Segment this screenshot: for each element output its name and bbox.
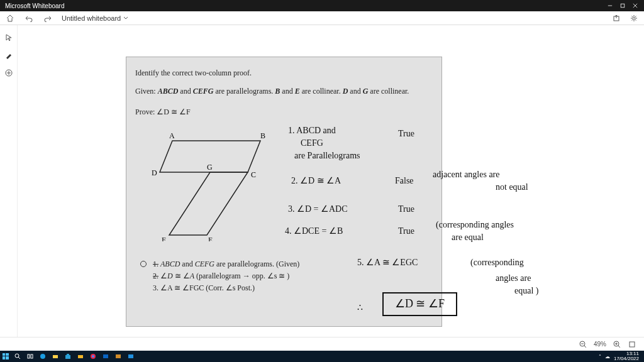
window-titlebar: Microsoft Whiteboard — [0, 0, 644, 11]
given-label: Given: — [135, 87, 156, 96]
hand-5e2: angles are — [496, 273, 531, 284]
hand-4r: True — [398, 226, 414, 237]
svg-rect-33 — [53, 355, 58, 358]
tray-chevron-icon[interactable]: ˄ — [599, 354, 601, 359]
given-line: Given: ABCD and CEFG are parallelograms.… — [135, 87, 433, 96]
hand-3: 3. ∠D = ∠ADC — [288, 204, 348, 215]
doc-text: Identify the correct two-column proof. G… — [126, 57, 441, 128]
hand-1: 1. ABCD and — [288, 126, 336, 136]
cursor-tool[interactable] — [4, 33, 14, 43]
hand-5: 5. ∠A ≅ ∠EGC — [357, 258, 418, 268]
tray-cloud-icon[interactable]: ☁ — [605, 354, 610, 359]
taskbar-outlook[interactable] — [99, 351, 112, 362]
prove-label: Prove: — [135, 107, 155, 116]
given-text: ABCD and CEFG are parallelograms. B and … — [158, 87, 409, 96]
zoom-out-button[interactable] — [579, 340, 587, 349]
svg-point-5 — [633, 17, 635, 19]
prove-text: ∠D ≅ ∠F — [157, 107, 190, 116]
svg-rect-41 — [128, 354, 133, 358]
svg-rect-39 — [103, 354, 108, 358]
taskbar-word[interactable] — [112, 351, 125, 362]
svg-rect-25 — [6, 353, 9, 356]
start-button[interactable] — [0, 351, 11, 362]
proof-l1-num: 1. — [153, 260, 158, 268]
svg-rect-23 — [630, 342, 635, 347]
undo-button[interactable] — [24, 13, 34, 23]
hand-1b: CEFG — [301, 138, 323, 149]
zoom-in-button[interactable] — [613, 340, 621, 349]
tray-clock[interactable]: 13:11 17/04/2022 — [614, 351, 639, 361]
svg-rect-27 — [6, 356, 9, 359]
maximize-button[interactable] — [616, 0, 629, 11]
svg-point-38 — [92, 355, 94, 358]
inserted-image[interactable]: Identify the correct two-column proof. G… — [126, 57, 442, 327]
whiteboard-canvas[interactable]: Identify the correct two-column proof. G… — [18, 25, 644, 337]
share-icon[interactable] — [611, 13, 621, 23]
svg-rect-24 — [3, 353, 5, 356]
hand-5e: (corresponding — [470, 258, 524, 268]
svg-rect-35 — [67, 354, 69, 355]
proof-l3: 3. ∠A ≅ ∠FGC (Corr. ∠s Post.) — [153, 283, 430, 293]
svg-line-17 — [584, 346, 586, 348]
taskbar-search[interactable] — [11, 351, 24, 362]
svg-rect-26 — [3, 356, 5, 359]
hand-therefore: ∴ — [357, 303, 363, 314]
svg-rect-40 — [116, 354, 121, 358]
hand-2r: False — [395, 176, 414, 187]
svg-rect-36 — [78, 355, 83, 358]
label-C: C — [251, 170, 256, 179]
minimize-button[interactable] — [604, 0, 616, 11]
hand-1c: are Parallelograms — [294, 151, 360, 162]
zoom-percent: 49% — [594, 341, 606, 348]
proof-l2: ∠D ≅ ∠A (parallelogram → opp. ∠s ≅ ) — [160, 272, 289, 280]
close-button[interactable] — [629, 0, 641, 11]
hand-4e2: are equal — [452, 233, 484, 243]
svg-marker-15 — [169, 172, 248, 235]
hand-4: 4. ∠DCE = ∠B — [285, 226, 343, 237]
prove-line: Prove: ∠D ≅ ∠F — [135, 107, 433, 117]
workspace: ✕ Identify the correct two-column proof.… — [0, 25, 644, 351]
taskbar-explorer[interactable] — [49, 351, 62, 362]
taskbar-folder-icon[interactable] — [74, 351, 87, 362]
proof-l1: ABCD and CEFG are parallelograms. (Given… — [160, 260, 299, 268]
hand-2: 2. ∠D ≅ ∠A — [291, 176, 341, 187]
document-title-dropdown[interactable]: Untitled whiteboard — [62, 14, 128, 22]
system-tray: ˄ ☁ 13:11 17/04/2022 — [599, 351, 644, 361]
tray-date: 17/04/2022 — [614, 356, 639, 361]
taskbar-app-icon[interactable] — [125, 351, 137, 362]
fit-screen-button[interactable] — [628, 340, 636, 349]
taskbar-taskview[interactable] — [24, 351, 36, 362]
label-B: B — [260, 131, 265, 140]
hand-3r: True — [398, 204, 414, 215]
left-toolbar — [0, 25, 18, 351]
svg-rect-31 — [31, 354, 33, 358]
svg-line-20 — [618, 346, 620, 348]
top-toolbar: Untitled whiteboard — [0, 11, 644, 25]
windows-taskbar: ˄ ☁ 13:11 17/04/2022 — [0, 351, 644, 362]
label-G: G — [207, 163, 213, 172]
hand-2e2: not equal — [496, 182, 528, 193]
zoom-bar: 49% — [0, 337, 644, 351]
window-controls — [604, 0, 641, 11]
hand-4e: (corresponding angles — [436, 220, 514, 231]
taskbar-store[interactable] — [62, 351, 74, 362]
chevron-down-icon — [123, 16, 128, 21]
taskbar-chrome[interactable] — [87, 351, 99, 362]
taskbar-edge[interactable] — [36, 351, 49, 362]
label-A: A — [169, 131, 175, 140]
hand-5e3: equal ) — [514, 286, 538, 297]
redo-button[interactable] — [43, 13, 53, 23]
label-D: D — [152, 168, 157, 177]
option-circle — [140, 261, 147, 267]
ink-tool[interactable] — [4, 50, 14, 60]
settings-icon[interactable] — [629, 13, 639, 23]
document-title: Untitled whiteboard — [62, 14, 121, 22]
proof-l2-num: 2. — [153, 272, 158, 280]
label-E: E — [208, 236, 213, 241]
home-icon[interactable] — [5, 13, 15, 23]
svg-line-29 — [18, 357, 20, 359]
svg-rect-34 — [65, 355, 70, 359]
label-F: F — [162, 236, 166, 241]
hand-2e: adjacent angles are — [433, 170, 500, 180]
add-tool[interactable] — [4, 68, 14, 78]
